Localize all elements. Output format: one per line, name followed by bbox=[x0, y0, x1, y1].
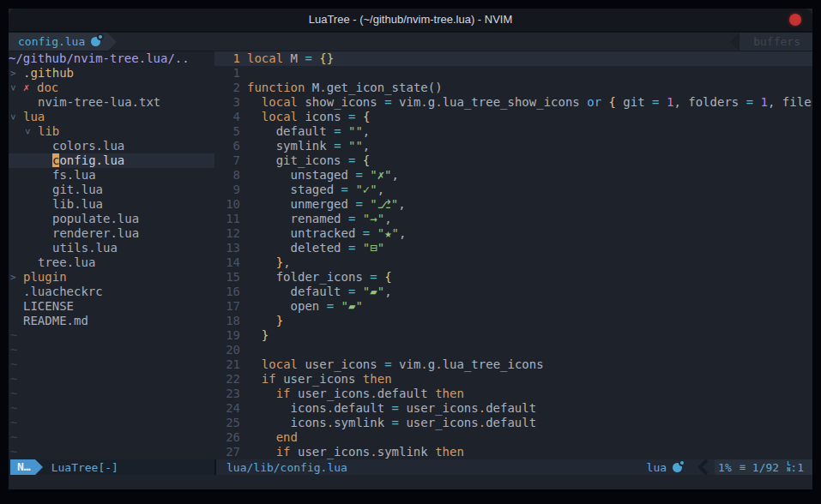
editor-line[interactable]: 13deleted = "⊟" bbox=[214, 241, 812, 255]
line-number: 3 bbox=[214, 95, 240, 110]
editor-line[interactable]: 1 bbox=[214, 66, 812, 81]
command-line[interactable] bbox=[9, 475, 812, 489]
editor-line[interactable]: 9staged = "✓", bbox=[214, 183, 812, 197]
editor-line[interactable]: 6symlink = "", bbox=[214, 139, 812, 153]
editor-line[interactable]: 18} bbox=[214, 314, 812, 328]
editor-line[interactable]: 22if user_icons then bbox=[214, 372, 812, 387]
close-button[interactable] bbox=[789, 14, 801, 26]
editor-line[interactable]: 4local icons = { bbox=[214, 110, 812, 124]
editor-line[interactable]: 10unmerged = "⎇", bbox=[214, 197, 812, 212]
editor-line[interactable]: 27if user_icons.symlink then bbox=[214, 445, 812, 459]
editor-line[interactable]: 20 bbox=[214, 343, 812, 357]
tree-item-label: lib.lua bbox=[52, 197, 103, 212]
tree-item-doc[interactable]: >✗doc bbox=[9, 81, 214, 95]
editor-line[interactable]: 11renamed = "→", bbox=[214, 212, 812, 226]
tab-arrow-icon bbox=[107, 33, 117, 51]
tree-item-tree.lua[interactable]: tree.lua bbox=[9, 255, 214, 270]
line-number: 13 bbox=[214, 241, 240, 255]
code-text: icons.default = user_icons.default bbox=[247, 401, 536, 416]
tree-item-label: fs.lua bbox=[52, 168, 96, 183]
editor-line[interactable]: 25icons.symlink = user_icons.default bbox=[214, 416, 812, 430]
tree-item-githubnvim-tree.lua..[interactable]: ~/github/nvim-tree.lua/.. bbox=[9, 51, 214, 66]
editor-line[interactable]: 19} bbox=[214, 328, 812, 343]
line-number: 16 bbox=[214, 285, 240, 299]
editor-line[interactable]: 16default = "▰", bbox=[214, 285, 812, 299]
chevron-down-icon[interactable]: > bbox=[23, 124, 38, 139]
tabline-spacer bbox=[117, 33, 730, 51]
nvim-terminal-window: LuaTree - (~/github/nvim-tree.lua) - NVI… bbox=[9, 9, 812, 489]
tree-item-lua[interactable]: >lua bbox=[9, 110, 214, 124]
empty-line-tilde: ~ bbox=[9, 387, 214, 401]
editor-line[interactable]: 5default = "", bbox=[214, 124, 812, 139]
editor-line[interactable]: 2function M.get_icon_state() bbox=[214, 81, 812, 95]
editor-line[interactable]: 23if user_icons.default then bbox=[214, 387, 812, 401]
line-number: 8 bbox=[214, 168, 240, 183]
empty-line-tilde: ~ bbox=[9, 445, 214, 459]
line-number: 20 bbox=[214, 343, 240, 357]
tab-config-lua[interactable]: config.lua bbox=[9, 33, 107, 51]
chevron-right-icon[interactable]: > bbox=[9, 270, 23, 285]
tab-line: config.lua buffers bbox=[9, 33, 812, 51]
line-number: 6 bbox=[214, 139, 240, 153]
editor-line[interactable]: 12untracked = "★", bbox=[214, 226, 812, 241]
empty-line-tilde: ~ bbox=[9, 430, 214, 445]
line-number: 18 bbox=[214, 314, 240, 328]
line-number: 15 bbox=[214, 270, 240, 285]
tree-statusline-label: LuaTree[-] bbox=[51, 461, 118, 474]
title-bar: LuaTree - (~/github/nvim-tree.lua) - NVI… bbox=[9, 9, 812, 33]
git-unstaged-icon: ✗ bbox=[23, 81, 37, 95]
line-position: ≡ 1/92 bbox=[740, 461, 779, 474]
tree-item-colors.lua[interactable]: colors.lua bbox=[9, 139, 214, 153]
code-text: function M.get_icon_state() bbox=[247, 81, 443, 95]
mode-arrow-icon bbox=[35, 459, 43, 475]
tree-item-label: nvim-tree-lua.txt bbox=[38, 95, 160, 110]
tree-item-lib[interactable]: >lib bbox=[9, 124, 214, 139]
code-editor: 1local M = {}12function M.get_icon_state… bbox=[214, 51, 812, 459]
tree-item-LICENSE[interactable]: LICENSE bbox=[9, 299, 214, 314]
editor-line[interactable]: 7git_icons = { bbox=[214, 153, 812, 168]
scroll-percent: 1% bbox=[718, 461, 732, 474]
tree-item-README.md[interactable]: README.md bbox=[9, 314, 214, 328]
code-text: open = "▰" bbox=[247, 299, 363, 314]
line-number: 25 bbox=[214, 416, 240, 430]
tree-item-nvim-tree-lua.txt[interactable]: nvim-tree-lua.txt bbox=[9, 95, 214, 110]
editor-line[interactable]: 1local M = {} bbox=[214, 51, 812, 66]
line-number: 22 bbox=[214, 372, 240, 387]
editor-line[interactable]: 3local show_icons = vim.g.lua_tree_show_… bbox=[214, 95, 812, 110]
tree-item-populate.lua[interactable]: populate.lua bbox=[9, 212, 214, 226]
tree-item-lib.lua[interactable]: lib.lua bbox=[9, 197, 214, 212]
tree-item-git.lua[interactable]: git.lua bbox=[9, 183, 214, 197]
tree-item-fs.lua[interactable]: fs.lua bbox=[9, 168, 214, 183]
editor-line[interactable]: 26end bbox=[214, 430, 812, 445]
line-number: 1 bbox=[214, 51, 240, 66]
tree-item-utils.lua[interactable]: utils.lua bbox=[9, 241, 214, 255]
tree-item-config.lua[interactable]: config.lua bbox=[9, 153, 214, 168]
chevron-down-icon[interactable]: > bbox=[9, 81, 23, 95]
column-position: LN:1 bbox=[787, 461, 804, 474]
code-text: end bbox=[247, 430, 298, 445]
editor-line[interactable]: 24icons.default = user_icons.default bbox=[214, 401, 812, 416]
line-count: 1/92 bbox=[752, 461, 779, 474]
empty-line-tilde: ~ bbox=[9, 343, 214, 357]
tree-item-.luacheckrc[interactable]: .luacheckrc bbox=[9, 285, 214, 299]
lines-icon: ≡ bbox=[740, 461, 746, 473]
buffers-label[interactable]: buffers bbox=[740, 33, 812, 51]
line-number: 10 bbox=[214, 197, 240, 212]
empty-line-tilde: ~ bbox=[9, 372, 214, 387]
tree-item-renderer.lua[interactable]: renderer.lua bbox=[9, 226, 214, 241]
editor-line[interactable]: 21local user_icons = vim.g.lua_tree_icon… bbox=[214, 357, 812, 372]
tree-item-label: populate.lua bbox=[52, 212, 139, 226]
tree-item-plugin[interactable]: >plugin bbox=[9, 270, 214, 285]
line-number: 27 bbox=[214, 445, 240, 459]
tree-item-.github[interactable]: >.github bbox=[9, 66, 214, 81]
code-text: } bbox=[247, 314, 283, 328]
code-text: git_icons = { bbox=[247, 153, 370, 168]
lua-moon-icon bbox=[673, 463, 682, 472]
tree-item-label: utils.lua bbox=[52, 241, 118, 255]
editor-line[interactable]: 17open = "▰" bbox=[214, 299, 812, 314]
editor-line[interactable]: 14}, bbox=[214, 255, 812, 270]
editor-line[interactable]: 8unstaged = "✗", bbox=[214, 168, 812, 183]
chevron-down-icon[interactable]: > bbox=[9, 110, 23, 124]
editor-line[interactable]: 15folder_icons = { bbox=[214, 270, 812, 285]
chevron-right-icon[interactable]: > bbox=[9, 66, 23, 81]
